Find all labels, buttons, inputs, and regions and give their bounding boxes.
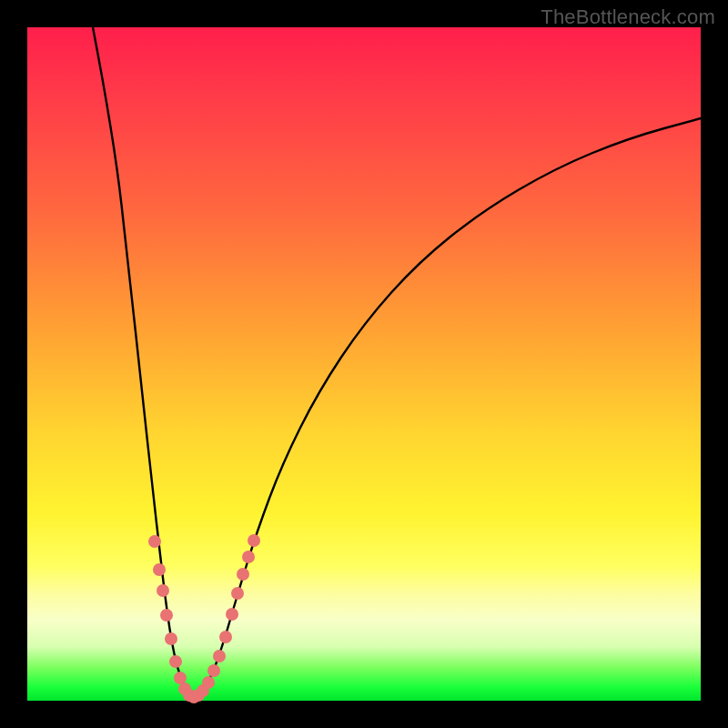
chart-marker (153, 563, 166, 576)
chart-frame: TheBottleneck.com (0, 0, 728, 728)
chart-markers (148, 534, 260, 703)
chart-marker (213, 650, 226, 662)
chart-marker (219, 631, 232, 643)
chart-svg (27, 27, 701, 701)
chart-marker (242, 551, 255, 563)
attribution-watermark: TheBottleneck.com (541, 5, 715, 29)
chart-marker (202, 676, 215, 689)
chart-marker (248, 534, 260, 547)
chart-marker (157, 584, 169, 597)
chart-marker (174, 672, 187, 684)
chart-marker (231, 587, 244, 600)
chart-plot-area (27, 27, 701, 701)
chart-curve (93, 27, 701, 695)
chart-marker (148, 535, 161, 548)
chart-marker (207, 664, 220, 677)
chart-marker (160, 609, 173, 622)
chart-marker (169, 655, 182, 668)
chart-marker (237, 568, 249, 581)
chart-marker (165, 632, 177, 645)
chart-marker (226, 608, 238, 621)
